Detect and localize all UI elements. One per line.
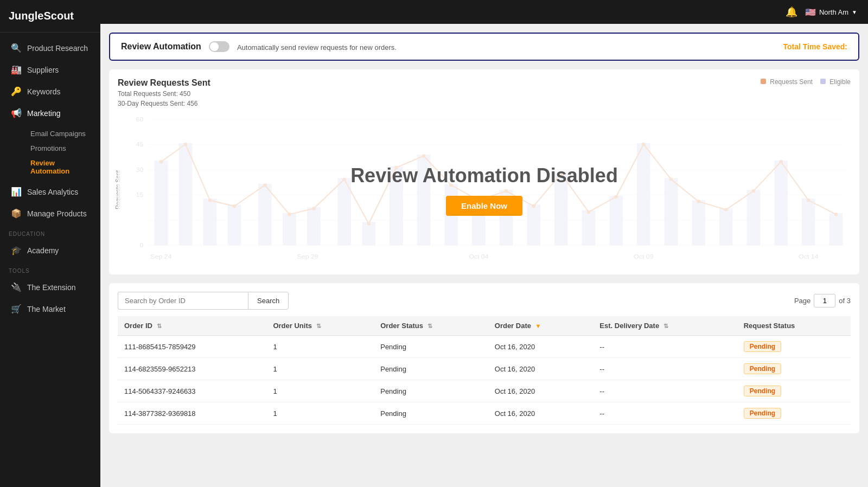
flag-icon: 🇺🇸 bbox=[805, 7, 816, 17]
cell-order-status: Pending bbox=[374, 358, 488, 380]
col-request-status: Request Status bbox=[737, 316, 851, 336]
cell-est-delivery: -- bbox=[593, 402, 737, 425]
sort-icon-order-date: ▼ bbox=[535, 323, 541, 329]
chart-section: Review Requests Sent Total Requests Sent… bbox=[109, 69, 859, 274]
sidebar-sub-promotions[interactable]: Promotions bbox=[24, 141, 100, 156]
marketing-submenu: Email Campaigns Promotions Review Automa… bbox=[0, 124, 100, 181]
sidebar-item-marketing[interactable]: 📢 Marketing bbox=[2, 102, 98, 124]
search-group: Search bbox=[118, 292, 289, 310]
region-label: North Am bbox=[819, 8, 848, 16]
suppliers-icon: 🏭 bbox=[11, 65, 22, 75]
chart-legend: Requests Sent Eligible bbox=[761, 78, 851, 86]
page-content: Review Automation Automatically send rev… bbox=[100, 24, 868, 487]
keywords-icon: 🔑 bbox=[11, 86, 22, 97]
sort-icon-order-units: ⇅ bbox=[316, 323, 321, 330]
marketing-icon: 📢 bbox=[11, 108, 22, 118]
chevron-down-icon: ▼ bbox=[852, 9, 857, 15]
sidebar-item-label: The Market bbox=[27, 305, 66, 313]
tools-section-label: TOOLS bbox=[0, 261, 100, 276]
academy-icon: 🎓 bbox=[11, 245, 22, 255]
chart-total-requests: Total Requests Sent: 450 bbox=[118, 90, 210, 98]
chart-title: Review Requests Sent bbox=[118, 78, 210, 88]
page-total: of 3 bbox=[839, 297, 851, 305]
main-content: 🔔 🇺🇸 North Am ▼ Review Automation Automa… bbox=[100, 0, 868, 487]
cell-order-date: Oct 16, 2020 bbox=[488, 402, 593, 425]
sidebar-item-label: Product Research bbox=[27, 44, 88, 53]
page-input[interactable] bbox=[814, 294, 835, 307]
cell-est-delivery: -- bbox=[593, 358, 737, 380]
legend-dot-eligible bbox=[820, 79, 826, 84]
col-est-delivery[interactable]: Est. Delivery Date ⇅ bbox=[593, 316, 737, 336]
topbar: 🔔 🇺🇸 North Am ▼ bbox=[100, 0, 868, 24]
cell-order-id: 114-6823559-9652213 bbox=[118, 358, 266, 380]
sidebar-item-label: Manage Products bbox=[27, 209, 87, 218]
table-header: Order ID ⇅ Order Units ⇅ Order Status ⇅ bbox=[118, 316, 851, 336]
page-label: Page bbox=[794, 297, 810, 305]
sidebar-item-keywords[interactable]: 🔑 Keywords bbox=[2, 81, 98, 102]
cell-request-status: Pending bbox=[737, 380, 851, 402]
col-order-id[interactable]: Order ID ⇅ bbox=[118, 316, 266, 336]
sidebar-item-the-extension[interactable]: 🔌 The Extension bbox=[2, 277, 98, 298]
orders-table-section: Search Page of 3 Order ID ⇅ bbox=[109, 283, 859, 433]
cell-request-status: Pending bbox=[737, 336, 851, 358]
cell-est-delivery: -- bbox=[593, 380, 737, 402]
cell-order-status: Pending bbox=[374, 402, 488, 425]
cell-order-id: 114-5064337-9246633 bbox=[118, 380, 266, 402]
total-time-saved: Total Time Saved: bbox=[783, 42, 847, 51]
search-input[interactable] bbox=[118, 292, 248, 310]
legend-eligible: Eligible bbox=[820, 78, 851, 86]
enable-now-button[interactable]: Enable Now bbox=[446, 196, 522, 216]
sidebar-sub-review-automation[interactable]: Review Automation bbox=[24, 156, 100, 178]
cell-order-id: 111-8685415-7859429 bbox=[118, 336, 266, 358]
notification-bell-icon[interactable]: 🔔 bbox=[786, 6, 797, 18]
extension-icon: 🔌 bbox=[11, 282, 22, 292]
sidebar-item-label: The Extension bbox=[27, 283, 76, 292]
sales-analytics-icon: 📊 bbox=[11, 187, 22, 197]
education-section-label: EDUCATION bbox=[0, 225, 100, 239]
sort-icon-order-id: ⇅ bbox=[157, 323, 162, 330]
search-button[interactable]: Search bbox=[248, 292, 289, 310]
sort-icon-est-delivery: ⇅ bbox=[663, 323, 668, 330]
table-row: 114-6823559-9652213 1 Pending Oct 16, 20… bbox=[118, 358, 851, 380]
automation-toggle[interactable] bbox=[209, 41, 229, 52]
sidebar-item-label: Marketing bbox=[27, 109, 60, 118]
sidebar-item-the-market[interactable]: 🛒 The Market bbox=[2, 298, 98, 319]
table-row: 111-8685415-7859429 1 Pending Oct 16, 20… bbox=[118, 336, 851, 358]
sidebar-item-label: Sales Analytics bbox=[27, 188, 78, 196]
banner-title: Review Automation bbox=[121, 42, 201, 52]
table-row: 114-5064337-9246633 1 Pending Oct 16, 20… bbox=[118, 380, 851, 402]
region-selector[interactable]: 🇺🇸 North Am ▼ bbox=[805, 7, 857, 17]
col-order-date[interactable]: Order Date ▼ bbox=[488, 316, 593, 336]
orders-table: Order ID ⇅ Order Units ⇅ Order Status ⇅ bbox=[118, 316, 851, 425]
banner-left: Review Automation Automatically send rev… bbox=[121, 41, 397, 52]
sidebar-nav: 🔍 Product Research 🏭 Suppliers 🔑 Keyword… bbox=[0, 33, 100, 487]
sidebar-sub-email-campaigns[interactable]: Email Campaigns bbox=[24, 126, 100, 141]
overlay-title: Review Automation Disabled bbox=[350, 164, 618, 187]
cell-order-units: 1 bbox=[266, 380, 374, 402]
legend-requests-sent: Requests Sent bbox=[761, 78, 813, 86]
sidebar-item-manage-products[interactable]: 📦 Manage Products bbox=[2, 203, 98, 224]
col-order-units[interactable]: Order Units ⇅ bbox=[266, 316, 374, 336]
sidebar-item-label: Suppliers bbox=[27, 66, 59, 74]
sidebar-item-suppliers[interactable]: 🏭 Suppliers bbox=[2, 59, 98, 80]
chart-disabled-overlay: Review Automation Disabled Enable Now bbox=[118, 114, 851, 266]
legend-dot-requests bbox=[761, 79, 766, 84]
chart-header: Review Requests Sent Total Requests Sent… bbox=[118, 78, 851, 107]
col-order-status[interactable]: Order Status ⇅ bbox=[374, 316, 488, 336]
sidebar-item-product-research[interactable]: 🔍 Product Research bbox=[2, 37, 98, 59]
cell-order-status: Pending bbox=[374, 380, 488, 402]
app-logo: JungleScout bbox=[0, 0, 100, 33]
review-automation-banner: Review Automation Automatically send rev… bbox=[109, 33, 859, 61]
cell-order-status: Pending bbox=[374, 336, 488, 358]
cell-order-units: 1 bbox=[266, 358, 374, 380]
sidebar-item-sales-analytics[interactable]: 📊 Sales Analytics bbox=[2, 181, 98, 202]
cell-order-id: 114-3877382-9369818 bbox=[118, 402, 266, 425]
cell-est-delivery: -- bbox=[593, 336, 737, 358]
product-research-icon: 🔍 bbox=[11, 43, 22, 53]
chart-header-left: Review Requests Sent Total Requests Sent… bbox=[118, 78, 210, 107]
cell-order-date: Oct 16, 2020 bbox=[488, 380, 593, 402]
sidebar-item-academy[interactable]: 🎓 Academy bbox=[2, 240, 98, 261]
pagination: Page of 3 bbox=[794, 294, 851, 307]
cell-order-date: Oct 16, 2020 bbox=[488, 358, 593, 380]
cell-order-units: 1 bbox=[266, 336, 374, 358]
